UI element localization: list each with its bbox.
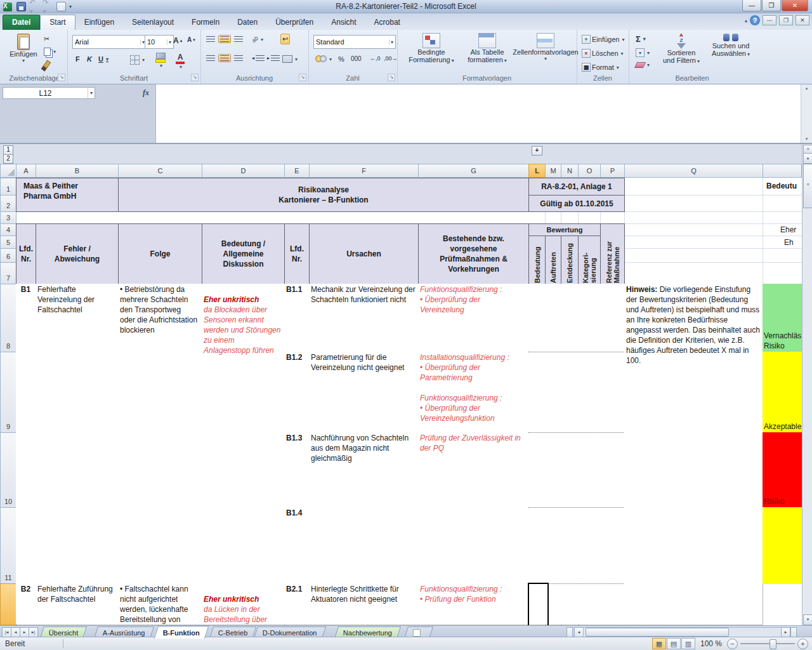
print-preview-icon[interactable] — [56, 2, 66, 12]
vscroll-up-icon[interactable]: ▴ — [803, 153, 812, 164]
cell-q11[interactable] — [624, 507, 763, 584]
cell-b1-2-ursache[interactable]: Parametrierung für die Vereinzelung nich… — [309, 352, 419, 433]
autosum-button[interactable]: Σ — [634, 33, 648, 45]
row-header-7[interactable]: 7 — [0, 262, 16, 284]
rating-col-M[interactable] — [545, 284, 561, 625]
clear-button[interactable] — [634, 61, 652, 69]
cell-b2-bewertung[interactable]: Eher unkritischda Lücken in der Bereitst… — [202, 583, 285, 625]
cell-b1-1-ursache[interactable]: Mechanik zur Vereinzelung der Schachteln… — [309, 284, 419, 352]
row-header-9[interactable]: 9 — [0, 352, 16, 433]
cell-b1-4-ursache[interactable] — [309, 507, 419, 584]
col-header-O[interactable]: O — [578, 164, 601, 178]
tab-first-icon[interactable]: |◂ — [2, 627, 11, 637]
decrease-indent-button[interactable]: ◂ — [250, 54, 266, 62]
dialog-launcher-ausrichtung[interactable]: ↘ — [299, 74, 306, 81]
view-normal-icon[interactable]: ▦ — [652, 638, 666, 649]
cell-b2-folge[interactable]: • Faltschachtel kann nicht aufgerichtet … — [118, 583, 202, 625]
cell-b2-id[interactable]: B2 — [16, 583, 36, 625]
merge-center-button[interactable] — [280, 54, 299, 64]
borders-button[interactable] — [128, 54, 147, 66]
cell-b1-bewertung[interactable]: Eher unkritischda Blockaden über Sensore… — [202, 284, 285, 584]
cell-fragment-bedeutung[interactable]: Bedeutu — [764, 180, 802, 193]
minimize-button[interactable]: — — [742, 0, 761, 11]
insert-cells-button[interactable]: +Einfügen — [580, 34, 626, 45]
cell-b1-3-id[interactable]: B1.3 — [284, 432, 310, 508]
cell-fragment-eh[interactable]: Eh — [782, 237, 802, 248]
rating-col-L[interactable] — [528, 284, 546, 625]
cell-b1-3-ursache[interactable]: Nachführung von Schachteln aus dem Magaz… — [309, 432, 419, 508]
font-color-button[interactable]: A — [174, 51, 187, 71]
cell-doc-ref[interactable]: RA-8.2-01, Anlage 1 — [528, 178, 625, 196]
sort-filter-button[interactable]: AZ Sortieren und Filtern — [657, 31, 706, 66]
save-icon[interactable] — [16, 2, 26, 12]
header-lfd-nr-2[interactable]: Lfd. Nr. — [284, 223, 310, 284]
font-size-select[interactable]: 10▾ — [145, 35, 174, 49]
decrease-font-button[interactable]: A▾ — [185, 35, 197, 44]
copy-button[interactable] — [42, 46, 58, 57]
workbook-close-icon[interactable]: ✕ — [796, 15, 809, 25]
tab-ansicht[interactable]: Ansicht — [322, 15, 365, 30]
header-v-auftreten[interactable]: Auftreten — [545, 235, 561, 284]
view-page-break-icon[interactable]: ▥ — [681, 638, 695, 649]
col-header-G[interactable]: G — [418, 164, 529, 178]
row-header-3[interactable]: 3 — [0, 211, 16, 224]
zoom-out-icon[interactable]: − — [727, 639, 738, 649]
row-header-11[interactable]: 11 — [0, 507, 16, 584]
format-as-table-button[interactable]: Als Tabelle formatieren — [459, 31, 515, 65]
italic-button[interactable]: K — [85, 54, 94, 64]
header-bedeutung[interactable]: Bedeutung / Allgemeine Diskussion — [202, 223, 285, 284]
col-header-N[interactable]: N — [561, 164, 579, 178]
vscroll-thumb[interactable]: ≡ — [803, 164, 812, 208]
row-header-2[interactable]: 2 — [0, 195, 16, 212]
row-header-6[interactable]: 6 — [0, 248, 16, 263]
cell-fragment-eher[interactable]: Eher — [778, 224, 802, 235]
col-header-P[interactable]: P — [600, 164, 625, 178]
view-page-layout-icon[interactable]: ▤ — [667, 638, 681, 649]
header-lfd-nr[interactable]: Lfd. Nr. — [16, 223, 36, 284]
fill-button[interactable]: ▾ — [634, 47, 652, 58]
col-header-M[interactable]: M — [545, 164, 561, 178]
delete-cells-button[interactable]: ×Löschen — [580, 48, 625, 59]
insert-function-button[interactable]: fx — [138, 87, 154, 99]
workbook-restore-icon[interactable]: ❐ — [779, 15, 793, 25]
underline-button[interactable]: U — [96, 54, 110, 64]
formula-bar-scrollbar[interactable]: ▴▾ — [801, 84, 812, 143]
cell-b1-id[interactable]: B1 — [16, 284, 36, 584]
font-name-select[interactable]: Arial▾ — [72, 35, 147, 49]
number-format-select[interactable]: Standard▾ — [313, 35, 396, 49]
cell-risk-red[interactable]: Risiko — [763, 432, 802, 508]
tab-last-icon[interactable]: ▸| — [29, 627, 38, 637]
cell-b1-1-id[interactable]: B1.1 — [284, 284, 310, 352]
cell-b1-1-massnahme[interactable]: Funktionsqualifizierung : • Überprüfung … — [418, 284, 529, 352]
zoom-slider[interactable] — [740, 643, 795, 644]
vscroll-down-icon[interactable]: ▾ — [803, 614, 812, 625]
cell-main-title[interactable]: Risikoanalyse Kartonierer – B-Funktion — [118, 178, 529, 212]
formula-input[interactable] — [155, 84, 801, 143]
col-header-C[interactable]: C — [118, 164, 202, 178]
header-v-kategorisierung[interactable]: Kategori- sierung — [578, 235, 601, 284]
row-header-4[interactable]: 4 — [0, 223, 16, 236]
col-header-Q[interactable]: Q — [624, 164, 763, 178]
align-left-button[interactable] — [204, 54, 217, 62]
horizontal-scrollbar[interactable] — [583, 627, 782, 637]
cell-b2-1-id[interactable]: B2.1 — [284, 583, 310, 625]
hscroll-thumb[interactable] — [586, 628, 729, 637]
format-painter-button[interactable] — [42, 59, 50, 72]
cell-b1-2-massnahme[interactable]: Installationsqualifizierung : • Überprüf… — [418, 352, 529, 433]
row-header-5[interactable]: 5 — [0, 235, 16, 249]
increase-font-button[interactable]: A▴ — [171, 35, 184, 46]
align-bottom-button[interactable] — [232, 35, 245, 43]
rating-col-N[interactable] — [561, 284, 579, 625]
paste-button[interactable]: Einfügen ▾ — [5, 32, 42, 65]
orientation-button[interactable]: ab — [250, 35, 265, 44]
accounting-format-button[interactable] — [313, 54, 334, 65]
zoom-slider-thumb[interactable] — [769, 639, 776, 649]
header-bewertung[interactable]: Bewertung — [528, 223, 601, 236]
col-header-R-partial[interactable] — [763, 164, 802, 178]
name-box[interactable]: L12 ▾ — [3, 87, 95, 99]
tab-acrobat[interactable]: Acrobat — [365, 15, 409, 30]
dialog-launcher-zwischenablage[interactable]: ↘ — [58, 74, 65, 81]
close-button[interactable]: ✕ — [782, 0, 808, 11]
increase-indent-button[interactable]: ▸ — [265, 54, 282, 62]
tab-splitter[interactable] — [566, 627, 573, 637]
